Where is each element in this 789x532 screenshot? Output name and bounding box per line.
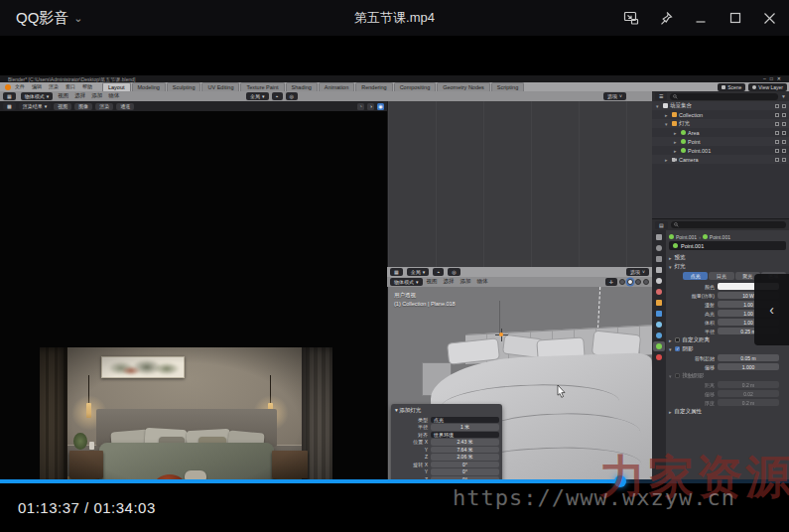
- expand-caret-icon: ▾: [656, 103, 661, 109]
- viewport-menu-item: 视图: [427, 279, 438, 285]
- datablock-name-field: Point.001: [669, 241, 786, 250]
- visibility-toggle-icon: [775, 140, 779, 144]
- physics-tab-icon: [653, 331, 665, 340]
- visibility-toggle-icon: [775, 131, 779, 135]
- search-icon: [673, 94, 678, 99]
- render-result-image: [40, 347, 332, 479]
- operator-field: 位置 X2.43 米: [394, 439, 499, 447]
- workspace-tab: Sculpting: [167, 82, 201, 92]
- workspace-tab: Geometry Nodes: [437, 82, 490, 92]
- pin-button[interactable]: [656, 9, 675, 28]
- outliner-search-input: [670, 93, 778, 100]
- outliner-row: ▾ 灯光: [652, 119, 789, 128]
- property-field: 厚度0.2 m: [669, 398, 786, 407]
- mode-dropdown: 物体模式 ▾: [21, 92, 54, 100]
- options-button: 选项 ˅: [603, 92, 626, 100]
- render-toggle-icon: [782, 122, 786, 126]
- video-content[interactable]: Blender* [C:\Users\Administrator\Desktop…: [0, 36, 789, 479]
- blender-menu-item: 文件: [15, 84, 25, 89]
- operator-field: 对齐世界环境: [394, 431, 499, 439]
- viewport-header: ▦ 物体模式 ▾ 视图选择添加物体 全局 ▾ ◓ ◎ 选项 ˅: [0, 91, 652, 101]
- visibility-toggle-icon: [775, 149, 779, 153]
- operator-panel-title: ▾ 添加灯光: [395, 407, 499, 414]
- operator-field: 半径1 米: [394, 424, 499, 432]
- maximize-button[interactable]: [725, 9, 744, 28]
- expand-caret-icon: ▸: [674, 130, 679, 136]
- outliner-item-label: Point: [688, 139, 701, 145]
- tool-tab-icon: [653, 232, 665, 242]
- blender-menu-item: 编辑: [32, 84, 42, 89]
- render-toggle-icon: [782, 104, 786, 108]
- expand-caret-icon: ▸: [665, 157, 670, 163]
- viewport-menu-item: 添加: [460, 279, 471, 285]
- material-tab-icon: [653, 352, 665, 362]
- blender-menu-item: 渲染: [49, 84, 59, 89]
- section-shadow: ▾阴影: [669, 344, 786, 353]
- search-icon: [674, 222, 679, 227]
- scene-tab-icon: [653, 276, 665, 286]
- light-icon: [673, 243, 678, 248]
- viewport-menu-item: 选择: [444, 279, 455, 285]
- minimize-button[interactable]: [691, 9, 710, 28]
- item-type-icon: [663, 103, 668, 108]
- render-result-label: 渲染结果 ▾: [19, 102, 52, 110]
- orientation-dropdown: 全局 ▾: [246, 92, 269, 100]
- scene-selector: Scene: [718, 83, 745, 91]
- property-field: 箝制起始0.05 m: [669, 353, 786, 362]
- property-field: 距离0.2 m: [669, 380, 786, 389]
- viewport-menu-item: 物体: [477, 279, 488, 285]
- blender-logo-icon: [5, 84, 11, 90]
- operator-field: 类型点光: [394, 416, 499, 424]
- workspace-tab: Modeling: [132, 82, 166, 92]
- item-type-icon: [681, 139, 686, 144]
- workspace-tab: Scripting: [491, 82, 524, 92]
- workspace-tab: Texture Paint: [240, 82, 284, 92]
- visibility-toggle-icon: [775, 158, 779, 162]
- render-toggle-icon: [782, 149, 786, 153]
- light-point-icon: [499, 332, 503, 336]
- viewport-menu-item: 选择: [74, 93, 85, 99]
- image-editor-menu-item: 通道: [116, 103, 134, 110]
- outliner-item-label: Camera: [679, 157, 699, 163]
- snap-magnet-icon: ◓: [272, 92, 283, 100]
- mode-dropdown: 物体模式 ▾: [390, 278, 423, 286]
- outliner-row: ▾ 场景集合: [652, 101, 789, 110]
- viewport-menu-item: 物体: [108, 93, 119, 99]
- item-type-icon: [681, 148, 686, 153]
- blender-menubar: 文件编辑渲染窗口帮助 LayoutModelingSculptingUV Edi…: [0, 82, 789, 91]
- shading-wireframe-icon: [619, 279, 625, 285]
- seek-handle[interactable]: [614, 475, 626, 487]
- section-light: ▾灯光: [669, 262, 786, 271]
- mouse-cursor-icon: [557, 384, 567, 398]
- render-tab-icon: [653, 243, 665, 253]
- workspace-tab: UV Editing: [201, 82, 239, 92]
- light-type-tab: 点光: [683, 272, 708, 280]
- app-name: QQ影音: [16, 9, 68, 28]
- app-menu-button[interactable]: QQ影音 ⌄: [16, 9, 83, 28]
- seek-bar[interactable]: [0, 479, 789, 483]
- properties-breadcrumb: Point.001› Point.001: [669, 232, 786, 241]
- workspace-tabs: LayoutModelingSculptingUV EditingTexture…: [102, 82, 524, 92]
- mini-mode-button[interactable]: [621, 9, 640, 28]
- visibility-toggle-icon: [775, 113, 779, 117]
- checkbox-icon: [675, 373, 680, 378]
- outliner-item-label: 灯光: [679, 120, 690, 127]
- light-icon: [703, 234, 708, 239]
- expand-caret-icon: ▸: [674, 139, 679, 145]
- orientation-dropdown: 全局 ▾: [407, 268, 430, 276]
- outliner-item-label: 场景集合: [670, 102, 692, 109]
- shading-material-icon: [635, 279, 641, 285]
- properties-type-icon: ▤: [655, 221, 668, 229]
- proportional-edit-icon: ◎: [448, 268, 460, 276]
- close-button[interactable]: [760, 9, 779, 28]
- expand-caret-icon: ▾: [665, 121, 670, 127]
- snap-magnet-icon: ◓: [433, 268, 444, 276]
- workspace-tab: Compositing: [394, 82, 437, 92]
- secondary-editor-area: [387, 101, 652, 267]
- outliner-row: ▸ Area: [652, 128, 789, 137]
- section-custom-properties: ▸自定义属性: [669, 407, 786, 416]
- render-toggle-icon: [782, 113, 786, 117]
- display-channel-icon: ◉: [377, 103, 384, 110]
- outliner-header: ☰ ▼: [652, 91, 789, 101]
- editor-type-icon: ▦: [390, 268, 403, 276]
